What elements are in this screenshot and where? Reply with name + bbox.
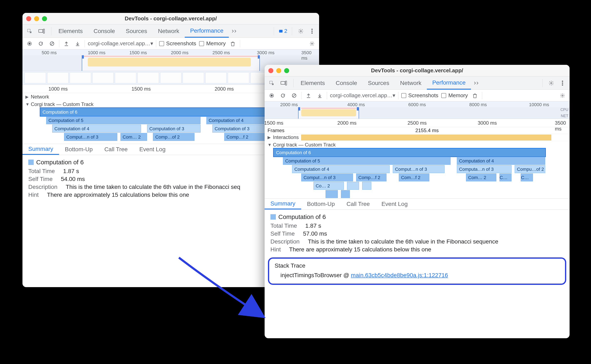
overview-timeline[interactable]: 2000 ms 4000 ms 6000 ms 8000 ms 10000 ms… <box>265 101 570 119</box>
bottom-tabs: Summary Bottom-Up Call Tree Event Log <box>265 198 570 210</box>
tab-sources[interactable]: Sources <box>362 77 395 90</box>
inspect-element-icon[interactable] <box>268 79 276 87</box>
garbage-collect-icon[interactable] <box>229 39 237 48</box>
flame-bar[interactable]: Comp…f 2 <box>224 133 266 141</box>
reload-record-button[interactable] <box>37 39 45 48</box>
memory-checkbox[interactable]: Memory <box>199 40 226 47</box>
upload-profile-icon[interactable] <box>304 91 313 100</box>
tab-performance[interactable]: Performance <box>185 25 229 38</box>
flame-bar[interactable]: Com…f 2 <box>399 174 429 181</box>
settings-gear-icon[interactable] <box>547 79 555 87</box>
tab-event-log[interactable]: Event Log <box>376 199 414 209</box>
tab-call-tree[interactable]: Call Tree <box>99 144 134 155</box>
download-profile-icon[interactable] <box>316 91 324 100</box>
svg-rect-13 <box>281 81 285 84</box>
svg-rect-3 <box>279 30 282 32</box>
flame-bar[interactable] <box>362 182 371 190</box>
device-toolbar-icon[interactable] <box>280 79 288 87</box>
upload-profile-icon[interactable] <box>62 39 71 48</box>
titlebar: DevTools - corgi-collage.vercel.app/ <box>22 13 319 25</box>
tab-call-tree[interactable]: Call Tree <box>341 199 376 209</box>
flame-bar[interactable] <box>347 182 359 190</box>
custom-track-header[interactable]: ▼ Corgi track — Custom Track <box>265 141 570 149</box>
window-close-button[interactable] <box>268 68 273 73</box>
window-zoom-button[interactable] <box>284 68 289 73</box>
tab-summary[interactable]: Summary <box>265 199 301 209</box>
tab-bottom-up[interactable]: Bottom-Up <box>59 144 99 155</box>
color-chip <box>270 214 276 220</box>
flame-bar[interactable] <box>326 190 338 198</box>
flame-bar[interactable]: Computation of 5 <box>283 157 450 165</box>
tab-summary[interactable]: Summary <box>22 144 59 155</box>
flame-bar[interactable]: Comput…n of 3 <box>64 133 118 141</box>
tab-event-log[interactable]: Event Log <box>134 144 171 155</box>
svg-point-15 <box>551 82 552 84</box>
clear-button[interactable] <box>290 91 298 100</box>
disclosure-down-icon: ▼ <box>268 143 271 147</box>
detail-ruler[interactable]: 1500 ms 2000 ms 2500 ms 3000 ms 3500 ms <box>265 119 570 127</box>
flame-bar[interactable]: Computation of 5 <box>46 116 201 124</box>
flame-bar[interactable]: Computation of 4 <box>292 165 390 173</box>
tab-elements[interactable]: Elements <box>53 25 88 38</box>
memory-checkbox[interactable]: Memory <box>441 92 468 99</box>
interaction-bar[interactable] <box>301 135 551 140</box>
flame-bar[interactable]: Com… 2 <box>121 133 147 141</box>
flame-bar[interactable]: Computation of 3 <box>147 125 201 133</box>
garbage-collect-icon[interactable] <box>471 91 479 100</box>
flame-bar[interactable]: Computation of 6 <box>274 149 545 156</box>
inspect-element-icon[interactable] <box>25 27 34 35</box>
flame-bar[interactable]: Compu…of 2 <box>515 165 545 173</box>
screenshots-checkbox[interactable]: Screenshots <box>159 40 196 47</box>
tab-bottom-up[interactable]: Bottom-Up <box>301 199 341 209</box>
toolbar-settings-icon[interactable] <box>558 91 567 100</box>
clear-button[interactable] <box>48 39 56 48</box>
tab-console[interactable]: Console <box>88 25 121 38</box>
issues-badge[interactable]: 2 <box>279 28 287 34</box>
stack-trace-source-link[interactable]: main.63cb5c4bde8be90a.js:1:122716 <box>351 272 448 278</box>
svg-point-17 <box>562 83 563 84</box>
kebab-menu-icon[interactable] <box>308 27 316 35</box>
profile-url-select[interactable]: corgi-collage.vercel.app…▾ <box>88 40 153 47</box>
flame-bar[interactable]: C… <box>521 174 533 181</box>
toolbar-settings-icon[interactable] <box>308 39 316 48</box>
record-button[interactable] <box>25 39 34 48</box>
device-toolbar-icon[interactable] <box>37 27 46 35</box>
tab-console[interactable]: Console <box>330 77 363 90</box>
stack-trace-line: injectTimingsToBrowser @ main.63cb5c4bde… <box>275 272 560 279</box>
flame-bar[interactable]: Com… 2 <box>466 174 497 181</box>
reload-record-button[interactable] <box>279 91 287 100</box>
kebab-menu-icon[interactable] <box>558 79 567 87</box>
flame-bar[interactable]: Comp…f 2 <box>356 174 387 181</box>
flame-bar[interactable] <box>341 190 350 198</box>
flame-bar[interactable]: Comp…of 2 <box>153 133 195 141</box>
tab-network[interactable]: Network <box>153 25 185 38</box>
flame-bar[interactable]: Computation of 4 <box>457 157 545 165</box>
profile-url-select[interactable]: corgi-collage.vercel.app…▾ <box>330 92 395 99</box>
perf-toolbar: corgi-collage.vercel.app…▾ Screenshots M… <box>265 90 570 101</box>
record-button[interactable] <box>268 91 276 100</box>
flame-bar[interactable]: C… <box>499 174 512 181</box>
window-minimize-button[interactable] <box>34 16 39 21</box>
window-minimize-button[interactable] <box>276 68 281 73</box>
flame-chart[interactable]: Computation of 6 Computation of 5 Comput… <box>265 149 570 198</box>
tab-network[interactable]: Network <box>395 77 427 90</box>
window-close-button[interactable] <box>26 16 31 21</box>
more-tabs-icon[interactable] <box>229 25 240 38</box>
tab-sources[interactable]: Sources <box>120 25 153 38</box>
interactions-track[interactable]: ▶ Interactions <box>265 134 570 141</box>
flame-bar[interactable]: Co… 2 <box>314 182 344 190</box>
screenshots-checkbox[interactable]: Screenshots <box>401 92 438 99</box>
settings-gear-icon[interactable] <box>297 27 305 35</box>
flame-bar[interactable]: Comput…n of 3 <box>301 174 353 181</box>
svg-point-11 <box>311 43 313 44</box>
frames-row[interactable]: Frames 2155.4 ms <box>265 127 570 134</box>
tab-elements[interactable]: Elements <box>295 77 330 90</box>
stack-trace-title: Stack Trace <box>275 262 560 269</box>
tab-performance[interactable]: Performance <box>427 77 471 90</box>
flame-bar[interactable]: Computa…n of 3 <box>457 165 512 173</box>
download-profile-icon[interactable] <box>74 39 82 48</box>
flame-bar[interactable]: Comput…n of 3 <box>393 165 444 173</box>
more-tabs-icon[interactable] <box>471 77 482 90</box>
window-zoom-button[interactable] <box>42 16 47 21</box>
flame-bar[interactable]: Computation of 4 <box>52 125 141 133</box>
